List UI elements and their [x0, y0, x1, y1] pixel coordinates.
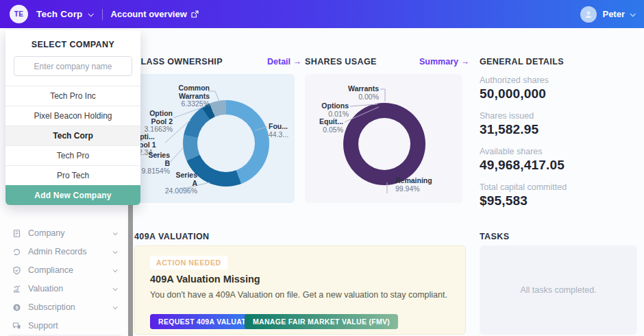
- company-search-input[interactable]: [14, 56, 132, 76]
- manage-fmv-button[interactable]: MANAGE FAIR MARKET VALUE (FMV): [245, 314, 398, 329]
- chevron-down-icon: [113, 249, 118, 254]
- arrow-right-icon: →: [293, 57, 302, 67]
- dropdown-item[interactable]: Pro Tech: [5, 165, 140, 185]
- segment-label-option-pool-2: Option Pool 2 3.1663%: [137, 110, 173, 134]
- stat-value: $95,583: [480, 193, 528, 208]
- company-switcher[interactable]: Tech Corp: [36, 9, 92, 19]
- segment-label-common-warrants: Common Warrants 6.3325%: [160, 84, 210, 108]
- segment-label-remaining: Remaining 99.94%: [395, 177, 443, 193]
- add-new-company-button[interactable]: Add New Company: [5, 185, 140, 205]
- stat-label: Total capital committed: [480, 182, 567, 192]
- shares-usage-chart-card: Warrants 0.00% Options 0.01% Equit... 0.…: [305, 74, 462, 203]
- shares-usage-donut: [343, 103, 425, 185]
- general-details-title: GENERAL DETAILS: [480, 57, 564, 67]
- stat-value: 31,582.95: [480, 122, 538, 137]
- sidebar-item-label: Subscription: [28, 302, 75, 312]
- sidebar-item-label: Support: [28, 321, 58, 331]
- sidebar-item-label: Valuation: [28, 284, 63, 293]
- topbar-divider: [102, 9, 103, 20]
- segment-label-warrants: Warrants 0.00%: [338, 85, 379, 101]
- stat-label: Authorized shares: [480, 75, 549, 85]
- segment-label-equity: Equit... 0.05%: [310, 118, 343, 134]
- company-name: Tech Corp: [36, 9, 83, 19]
- company-avatar: TE: [10, 5, 28, 23]
- dropdown-item[interactable]: Pixel Beacon Holding: [5, 106, 140, 125]
- stat-value: 49,968,417.05: [480, 158, 565, 173]
- valuation-409a-title: 409A VALUATION: [134, 232, 210, 241]
- chart-icon: [12, 285, 21, 293]
- chevron-down-icon: [113, 267, 118, 272]
- sidebar-item-compliance[interactable]: Compliance: [5, 262, 123, 278]
- chevron-down-icon: [113, 304, 118, 309]
- valuation-missing-body: You don't have a 409A Valuation on file.…: [150, 290, 447, 300]
- tasks-empty-message: All tasks completed.: [520, 285, 596, 295]
- dropdown-item[interactable]: Tech Pro Inc: [5, 86, 140, 106]
- arrow-right-icon: →: [460, 57, 469, 67]
- dollar-icon: $: [12, 303, 21, 312]
- building-icon: [12, 229, 21, 238]
- chevron-down-icon: [630, 11, 635, 16]
- stat-label: Shares issued: [480, 111, 534, 121]
- records-icon: [12, 248, 21, 256]
- topbar: TE Tech Corp Account overview Peter: [0, 0, 644, 28]
- action-needed-badge: ACTION NEEDED: [150, 256, 227, 269]
- segment-label-founders: Fou... 44.3...: [269, 123, 295, 139]
- sidebar-item-label: Admin Records: [28, 247, 86, 256]
- sidebar-item-label: Compliance: [28, 265, 73, 275]
- sidebar-item-company[interactable]: Company: [5, 225, 123, 241]
- sidebar-item-valuation[interactable]: Valuation: [5, 280, 123, 297]
- segment-label-series-a: Series A 24.0096%: [153, 171, 197, 195]
- chat-icon: [12, 322, 21, 331]
- dropdown-item[interactable]: Tech Pro: [5, 145, 140, 165]
- segment-label-options: Options 0.01%: [314, 102, 349, 118]
- stat-label: Available shares: [480, 147, 543, 156]
- scrollbar-thumb[interactable]: [128, 200, 133, 336]
- account-overview-page: TE Tech Corp Account overview Peter: [0, 0, 644, 336]
- company-dropdown: SELECT COMPANY Tech Pro Inc Pixel Beacon…: [5, 30, 140, 205]
- sidebar-item-admin-records[interactable]: Admin Records: [5, 243, 123, 260]
- donut-hole: [197, 115, 255, 172]
- valuation-missing-heading: 409A Valuation Missing: [150, 274, 260, 285]
- account-overview-label: Account overview: [111, 9, 187, 19]
- class-ownership-detail-link[interactable]: Detail →: [267, 57, 301, 67]
- user-name: Peter: [602, 9, 625, 19]
- user-menu[interactable]: Peter: [580, 6, 634, 23]
- tasks-card: All tasks completed.: [480, 245, 637, 335]
- donut-hole: [358, 118, 410, 170]
- class-ownership-chart-card: Common Warrants 6.3325% Option Pool 2 3.…: [134, 74, 295, 203]
- stat-value: 50,000,000: [480, 86, 546, 101]
- shares-usage-title: SHARES USAGE: [305, 57, 377, 67]
- user-avatar-icon: [580, 6, 597, 23]
- chevron-down-icon: [113, 286, 118, 291]
- dropdown-item-selected[interactable]: Tech Corp: [5, 125, 140, 145]
- tasks-title: TASKS: [480, 232, 509, 241]
- dropdown-title: SELECT COMPANY: [5, 30, 140, 56]
- shares-usage-summary-link[interactable]: Summary →: [419, 57, 469, 67]
- sidebar-item-subscription[interactable]: $ Subscription: [5, 299, 123, 315]
- shield-icon: [12, 266, 21, 275]
- chevron-down-icon: [88, 11, 93, 16]
- sidebar-item-support[interactable]: Support: [5, 317, 123, 334]
- chevron-down-icon: [113, 230, 118, 235]
- class-ownership-title: CLASS OWNERSHIP: [134, 57, 223, 67]
- valuation-409a-card: ACTION NEEDED 409A Valuation Missing You…: [134, 245, 466, 335]
- account-overview-link[interactable]: Account overview: [111, 9, 199, 19]
- external-link-icon: [191, 10, 199, 18]
- sidebar-item-label: Company: [28, 228, 65, 238]
